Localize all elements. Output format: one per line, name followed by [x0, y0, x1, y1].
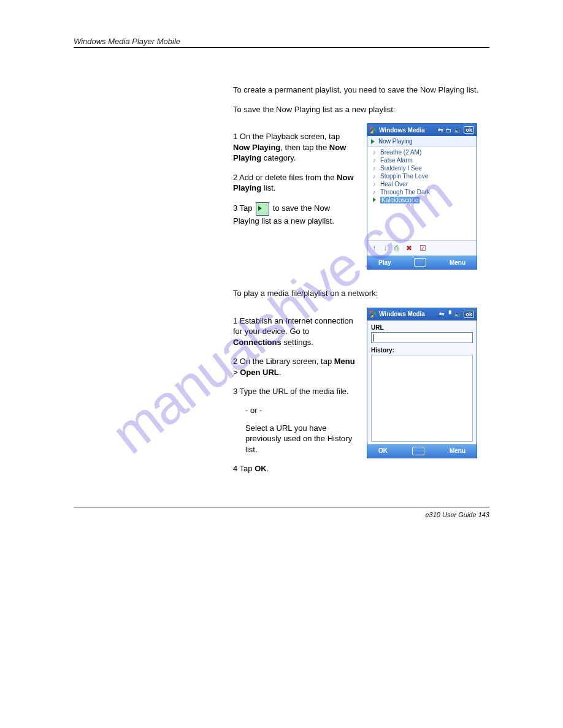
wm-title-bar: Windows Media ⇆ 🗀 🔈 ok — [367, 124, 477, 136]
track-label: Heal Over — [380, 181, 408, 188]
softkey-menu-2[interactable]: Menu — [450, 447, 465, 454]
s2-step2-bold-a: Menu — [334, 357, 355, 366]
open-url-screenshot: Windows Media ⇆ ▝ 🔈 ok URL History: OK — [367, 308, 477, 458]
windows-flag-icon — [370, 127, 377, 134]
manual-page: Windows Media Player Mobile manualshive.… — [0, 0, 563, 543]
list-item[interactable]: ♪Through The Dark — [367, 188, 477, 196]
history-label: History: — [371, 347, 473, 354]
track-label: Kaleidoscope — [380, 197, 419, 203]
now-playing-screenshot: Windows Media ⇆ 🗀 🔈 ok Now Playing ♪Brea… — [367, 123, 477, 270]
play-icon — [371, 139, 375, 144]
footer: e310 User Guide 143 — [74, 511, 489, 518]
save-playlist-icon — [256, 202, 269, 216]
note-icon: ♪ — [371, 189, 377, 195]
note-icon: ♪ — [371, 149, 377, 156]
track-label: Breathe (2 AM) — [380, 149, 421, 156]
step1-mid2: category. — [264, 153, 296, 162]
s2-step1-prefix: 1 Establish an Internet connection for y… — [233, 316, 353, 336]
add-file-icon[interactable]: ⎙ — [394, 245, 399, 252]
now-playing-header[interactable]: Now Playing — [367, 136, 477, 147]
s2-step1: 1 Establish an Internet connection for y… — [233, 316, 356, 348]
list-item[interactable]: ♪Heal Over — [367, 180, 477, 188]
note-icon: ♪ — [371, 157, 377, 164]
or-divider: - or - — [245, 406, 356, 415]
step2-prefix: 2 Add or delete files from the — [233, 173, 337, 182]
softkey-ok[interactable]: OK — [378, 447, 388, 454]
list-item[interactable]: ♪Stoppin The Love — [367, 172, 477, 180]
speaker-icon: 🔈 — [454, 127, 461, 134]
step2: 2 Add or delete files from the Now Playi… — [233, 172, 356, 194]
intro-paragraph: To create a permanent playlist, you need… — [233, 85, 489, 96]
url-input[interactable] — [371, 332, 473, 343]
status-icons-2: ⇆ ▝ 🔈 — [439, 311, 461, 317]
now-playing-list: ♪Breathe (2 AM) ♪False Alarm ♪Suddenly I… — [367, 147, 477, 240]
s2-step2-suffix: . — [279, 368, 282, 377]
properties-icon[interactable]: ☑ — [419, 245, 426, 252]
list-item[interactable]: ♪Suddenly I See — [367, 164, 477, 172]
playing-icon — [371, 197, 377, 203]
track-label: False Alarm — [380, 157, 413, 164]
list-item[interactable]: ♪False Alarm — [367, 156, 477, 164]
track-label: Suddenly I See — [380, 165, 422, 172]
s2-step2-prefix: 2 On the Library screen, tap — [233, 357, 334, 366]
s2-step3-alt: Select a URL you have previously used on… — [245, 423, 356, 455]
softkey-menu[interactable]: Menu — [450, 259, 465, 266]
step1-prefix: 1 On the Playback screen, tap — [233, 132, 340, 141]
s2-step3: 3 Type the URL of the media file. — [233, 386, 356, 397]
folder-icon: 🗀 — [445, 127, 451, 134]
sync-icon: ⇆ — [438, 127, 443, 134]
footer-rule — [74, 507, 489, 507]
ok-button-2[interactable]: ok — [464, 311, 474, 318]
now-playing-label: Now Playing — [378, 138, 413, 145]
move-down-icon[interactable]: ↓ — [383, 245, 387, 252]
s2-step2: 2 On the Library screen, tap Menu > Open… — [233, 356, 356, 377]
ok-button[interactable]: ok — [464, 126, 474, 134]
step1-mid: , then tap the — [280, 143, 329, 152]
step3-prefix: 3 Tap — [233, 203, 255, 213]
track-label: Stoppin The Love — [380, 173, 428, 180]
windows-flag-icon — [370, 311, 377, 317]
sync-icon: ⇆ — [439, 311, 444, 317]
delete-icon[interactable]: ✖ — [406, 245, 412, 252]
s2-step2-mid: > — [233, 368, 240, 377]
keyboard-icon[interactable] — [414, 258, 426, 267]
note-icon: ♪ — [371, 181, 377, 188]
page-header: Windows Media Player Mobile — [74, 37, 489, 46]
header-rule — [74, 47, 489, 48]
s2-step4-bold: OK — [255, 464, 267, 473]
track-label: Through The Dark — [380, 189, 430, 195]
step3: 3 Tap to save the Now Playing list as a … — [233, 202, 356, 227]
keyboard-icon[interactable] — [412, 447, 424, 455]
s2-step4: 4 Tap OK. — [233, 463, 356, 474]
text-cursor — [373, 334, 374, 341]
softkey-play[interactable]: Play — [378, 259, 391, 266]
softkey-bar: Play Menu — [367, 256, 477, 269]
status-icons: ⇆ 🗀 🔈 — [438, 127, 461, 134]
section2-heading: To play a media file/playlist on a netwo… — [233, 288, 489, 299]
list-item-selected[interactable]: Kaleidoscope — [367, 196, 477, 204]
note-icon: ♪ — [371, 173, 377, 180]
s2-step1-bold: Connections — [233, 338, 282, 347]
note-icon: ♪ — [371, 165, 377, 172]
wm-title-bar-2: Windows Media ⇆ ▝ 🔈 ok — [367, 308, 477, 320]
step2-suffix: list. — [261, 183, 275, 192]
move-up-icon[interactable]: ↑ — [372, 245, 376, 252]
s2-step2-bold-b: Open URL — [240, 368, 279, 377]
wm-title: Windows Media — [379, 127, 435, 134]
section1-heading: To save the Now Playing list as a new pl… — [233, 104, 489, 115]
wm-title-2: Windows Media — [379, 311, 437, 317]
step1-bold-a: Now Playing — [233, 143, 280, 152]
speaker-icon: 🔈 — [454, 311, 461, 317]
playlist-toolbar: ↑ ↓ ⎙ ✖ ☑ — [367, 240, 477, 256]
url-label: URL — [371, 324, 473, 331]
s2-step4-suffix: . — [267, 464, 269, 473]
list-item[interactable]: ♪Breathe (2 AM) — [367, 148, 477, 156]
history-listbox[interactable] — [371, 355, 473, 442]
s2-step1-mid: settings. — [282, 338, 313, 347]
signal-icon: ▝ — [446, 311, 451, 317]
s2-step4-prefix: 4 Tap — [233, 464, 255, 473]
step1: 1 On the Playback screen, tap Now Playin… — [233, 131, 356, 164]
softkey-bar-2: OK Menu — [367, 444, 477, 458]
